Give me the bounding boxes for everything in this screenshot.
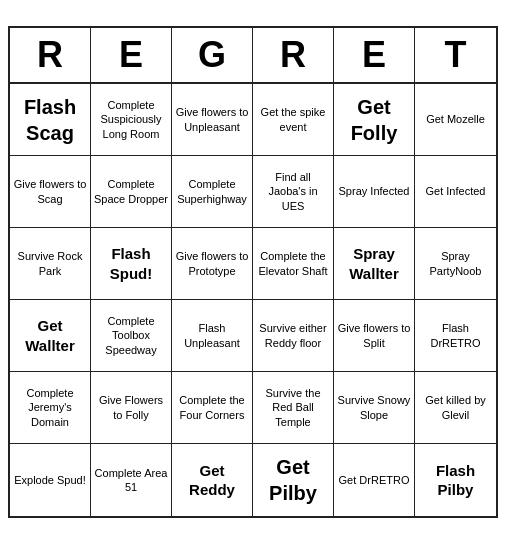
cell-text-0: Flash Scag — [13, 94, 87, 146]
cell-text-4: Get Folly — [337, 94, 411, 146]
cell-text-20: Flash Unpleasant — [175, 321, 249, 350]
bingo-cell-16: Spray Wallter — [334, 228, 415, 300]
cell-text-30: Explode Spud! — [14, 473, 86, 487]
bingo-cell-17: Spray PartyNoob — [415, 228, 496, 300]
cell-text-8: Complete Superhighway — [175, 177, 249, 206]
cell-text-26: Complete the Four Corners — [175, 393, 249, 422]
cell-text-27: Survive the Red Ball Temple — [256, 386, 330, 429]
bingo-cell-27: Survive the Red Ball Temple — [253, 372, 334, 444]
cell-text-24: Complete Jeremy's Domain — [13, 386, 87, 429]
bingo-cell-22: Give flowers to Split — [334, 300, 415, 372]
cell-text-32: Get Reddy — [175, 461, 249, 500]
bingo-cell-19: Complete Toolbox Speedway — [91, 300, 172, 372]
cell-text-14: Give flowers to Prototype — [175, 249, 249, 278]
bingo-cell-29: Get killed by Glevil — [415, 372, 496, 444]
bingo-cell-4: Get Folly — [334, 84, 415, 156]
bingo-cell-9: Find all Jaoba's in UES — [253, 156, 334, 228]
cell-text-25: Give Flowers to Folly — [94, 393, 168, 422]
cell-text-2: Give flowers to Unpleasant — [175, 105, 249, 134]
cell-text-18: Get Wallter — [13, 316, 87, 355]
header-letter-t-5: T — [415, 28, 496, 82]
bingo-cell-6: Give flowers to Scag — [10, 156, 91, 228]
bingo-cell-15: Complete the Elevator Shaft — [253, 228, 334, 300]
cell-text-11: Get Infected — [426, 184, 486, 198]
cell-text-22: Give flowers to Split — [337, 321, 411, 350]
bingo-cell-8: Complete Superhighway — [172, 156, 253, 228]
cell-text-21: Survive either Reddy floor — [256, 321, 330, 350]
bingo-cell-26: Complete the Four Corners — [172, 372, 253, 444]
cell-text-33: Get Pilby — [256, 454, 330, 506]
bingo-cell-12: Survive Rock Park — [10, 228, 91, 300]
cell-text-12: Survive Rock Park — [13, 249, 87, 278]
cell-text-16: Spray Wallter — [337, 244, 411, 283]
cell-text-3: Get the spike event — [256, 105, 330, 134]
cell-text-23: Flash DrRETRO — [418, 321, 493, 350]
header-letter-r-3: R — [253, 28, 334, 82]
cell-text-10: Spray Infected — [339, 184, 410, 198]
bingo-card: REGRET Flash ScagComplete Suspiciously L… — [8, 26, 498, 518]
bingo-cell-2: Give flowers to Unpleasant — [172, 84, 253, 156]
bingo-grid: Flash ScagComplete Suspiciously Long Roo… — [10, 84, 496, 516]
bingo-cell-3: Get the spike event — [253, 84, 334, 156]
cell-text-19: Complete Toolbox Speedway — [94, 314, 168, 357]
bingo-cell-30: Explode Spud! — [10, 444, 91, 516]
cell-text-7: Complete Space Dropper — [94, 177, 168, 206]
bingo-cell-28: Survive Snowy Slope — [334, 372, 415, 444]
bingo-cell-35: Flash Pilby — [415, 444, 496, 516]
cell-text-34: Get DrRETRO — [339, 473, 410, 487]
bingo-cell-1: Complete Suspiciously Long Room — [91, 84, 172, 156]
cell-text-15: Complete the Elevator Shaft — [256, 249, 330, 278]
cell-text-9: Find all Jaoba's in UES — [256, 170, 330, 213]
bingo-cell-21: Survive either Reddy floor — [253, 300, 334, 372]
bingo-cell-24: Complete Jeremy's Domain — [10, 372, 91, 444]
cell-text-31: Complete Area 51 — [94, 466, 168, 495]
cell-text-35: Flash Pilby — [418, 461, 493, 500]
bingo-cell-31: Complete Area 51 — [91, 444, 172, 516]
bingo-cell-33: Get Pilby — [253, 444, 334, 516]
bingo-cell-10: Spray Infected — [334, 156, 415, 228]
header-letter-e-4: E — [334, 28, 415, 82]
bingo-cell-25: Give Flowers to Folly — [91, 372, 172, 444]
bingo-cell-0: Flash Scag — [10, 84, 91, 156]
header-letter-r-0: R — [10, 28, 91, 82]
bingo-cell-14: Give flowers to Prototype — [172, 228, 253, 300]
bingo-cell-32: Get Reddy — [172, 444, 253, 516]
header-letter-e-1: E — [91, 28, 172, 82]
bingo-cell-7: Complete Space Dropper — [91, 156, 172, 228]
bingo-header: REGRET — [10, 28, 496, 84]
bingo-cell-5: Get Mozelle — [415, 84, 496, 156]
cell-text-28: Survive Snowy Slope — [337, 393, 411, 422]
header-letter-g-2: G — [172, 28, 253, 82]
cell-text-13: Flash Spud! — [94, 244, 168, 283]
bingo-cell-11: Get Infected — [415, 156, 496, 228]
bingo-cell-20: Flash Unpleasant — [172, 300, 253, 372]
bingo-cell-23: Flash DrRETRO — [415, 300, 496, 372]
cell-text-1: Complete Suspiciously Long Room — [94, 98, 168, 141]
cell-text-6: Give flowers to Scag — [13, 177, 87, 206]
cell-text-17: Spray PartyNoob — [418, 249, 493, 278]
cell-text-5: Get Mozelle — [426, 112, 485, 126]
cell-text-29: Get killed by Glevil — [418, 393, 493, 422]
bingo-cell-13: Flash Spud! — [91, 228, 172, 300]
bingo-cell-18: Get Wallter — [10, 300, 91, 372]
bingo-cell-34: Get DrRETRO — [334, 444, 415, 516]
